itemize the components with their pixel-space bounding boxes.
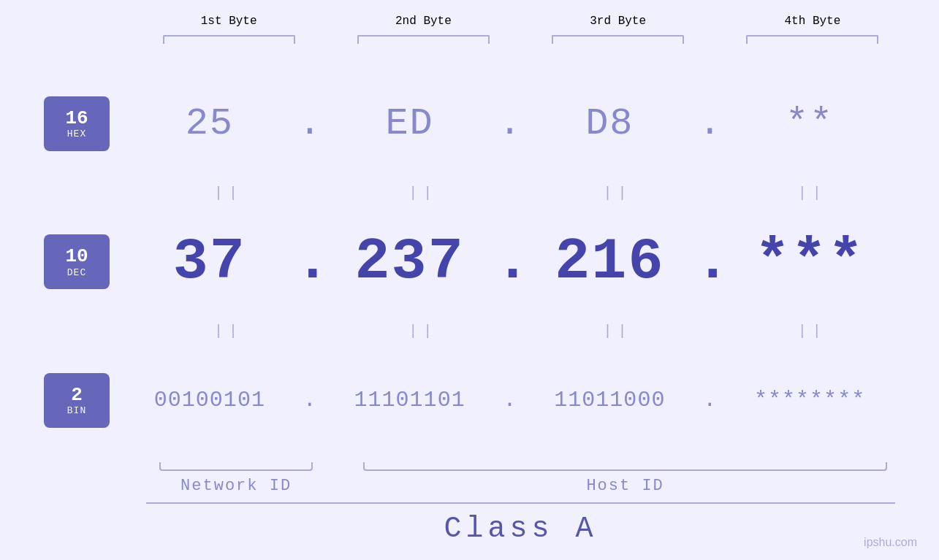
network-id-label: Network ID bbox=[180, 477, 292, 495]
bracket-sep-2 bbox=[506, 35, 536, 44]
bin-byte-1: 00100101 bbox=[124, 388, 295, 413]
hex-byte-1: 25 bbox=[124, 102, 295, 145]
bracket-line-3 bbox=[552, 35, 684, 44]
byte-header-1: 1st Byte bbox=[146, 15, 311, 28]
hex-values: 25 . ED . D8 . ** bbox=[124, 102, 895, 145]
eq-5: || bbox=[146, 323, 311, 340]
top-bracket-3 bbox=[536, 35, 701, 44]
byte-header-3: 3rd Byte bbox=[536, 15, 701, 28]
network-bracket-line bbox=[159, 462, 312, 471]
hex-dot-2: . bbox=[495, 102, 525, 145]
hex-byte-2: ED bbox=[324, 102, 495, 145]
bin-dot-2: . bbox=[495, 388, 525, 413]
class-section: Class A bbox=[44, 502, 895, 545]
equals-row-2: || || || || bbox=[44, 321, 895, 342]
class-label: Class A bbox=[146, 513, 895, 545]
bin-dot-3: . bbox=[695, 388, 724, 413]
dec-byte-4: *** bbox=[724, 229, 895, 295]
hex-row: 16 HEX 25 . ED . D8 . ** bbox=[44, 66, 895, 182]
watermark: ipshu.com bbox=[864, 536, 917, 549]
bin-dot-1: . bbox=[295, 388, 324, 413]
bottom-brackets-row: Network ID Host ID bbox=[44, 462, 895, 495]
hex-badge: 16 HEX bbox=[44, 96, 110, 151]
bin-row: 2 BIN 00100101 . 11101101 . 11011000 . bbox=[44, 342, 895, 459]
eq-2: || bbox=[341, 185, 506, 202]
bracket-line-1 bbox=[163, 35, 295, 44]
bin-byte-2: 11101101 bbox=[324, 388, 495, 413]
bin-values: 00100101 . 11101101 . 11011000 . *******… bbox=[124, 388, 895, 413]
equals-row-1: || || || || bbox=[44, 182, 895, 204]
host-id-label: Host ID bbox=[586, 477, 664, 495]
bracket-sep-1 bbox=[311, 35, 341, 44]
dec-values: 37 . 237 . 216 . *** bbox=[124, 229, 895, 295]
byte-header-4: 4th Byte bbox=[730, 15, 895, 28]
header-sep-1 bbox=[311, 15, 341, 28]
host-bracket-line bbox=[363, 462, 887, 471]
dec-badge: 10 DEC bbox=[44, 234, 110, 289]
bin-byte-4: ******** bbox=[724, 388, 895, 413]
eq-3: || bbox=[536, 185, 701, 202]
byte-header-2: 2nd Byte bbox=[341, 15, 506, 28]
eq-6: || bbox=[341, 323, 506, 340]
dec-byte-1: 37 bbox=[124, 229, 295, 295]
bracket-line-4 bbox=[746, 35, 878, 44]
top-bracket-row bbox=[44, 35, 895, 44]
bin-byte-3: 11011000 bbox=[525, 388, 696, 413]
top-bracket-2 bbox=[341, 35, 506, 44]
bottom-sep-1 bbox=[326, 462, 355, 495]
header-sep-2 bbox=[506, 15, 536, 28]
hex-dot-3: . bbox=[695, 102, 724, 145]
hex-byte-3: D8 bbox=[525, 102, 696, 145]
dec-dot-2: . bbox=[495, 229, 525, 295]
byte-headers-row: 1st Byte 2nd Byte 3rd Byte 4th Byte bbox=[44, 15, 895, 28]
network-id-bracket: Network ID bbox=[146, 462, 326, 495]
dec-dot-1: . bbox=[295, 229, 324, 295]
dec-byte-2: 237 bbox=[324, 229, 495, 295]
top-bracket-4 bbox=[730, 35, 895, 44]
eq-8: || bbox=[730, 323, 895, 340]
eq-1: || bbox=[146, 185, 311, 202]
eq-7: || bbox=[536, 323, 701, 340]
hex-dot-1: . bbox=[295, 102, 324, 145]
header-sep-3 bbox=[701, 15, 730, 28]
eq-4: || bbox=[730, 185, 895, 202]
dec-row: 10 DEC 37 . 237 . 216 . *** bbox=[44, 204, 895, 320]
main-container: 1st Byte 2nd Byte 3rd Byte 4th Byte bbox=[0, 0, 939, 560]
dec-dot-3: . bbox=[695, 229, 724, 295]
top-bracket-1 bbox=[146, 35, 311, 44]
bracket-sep-3 bbox=[701, 35, 730, 44]
dec-byte-3: 216 bbox=[525, 229, 696, 295]
bin-badge: 2 BIN bbox=[44, 373, 110, 428]
host-id-bracket: Host ID bbox=[355, 462, 895, 495]
hex-byte-4: ** bbox=[724, 102, 895, 145]
bracket-line-2 bbox=[357, 35, 490, 44]
class-bracket-line bbox=[146, 502, 895, 504]
